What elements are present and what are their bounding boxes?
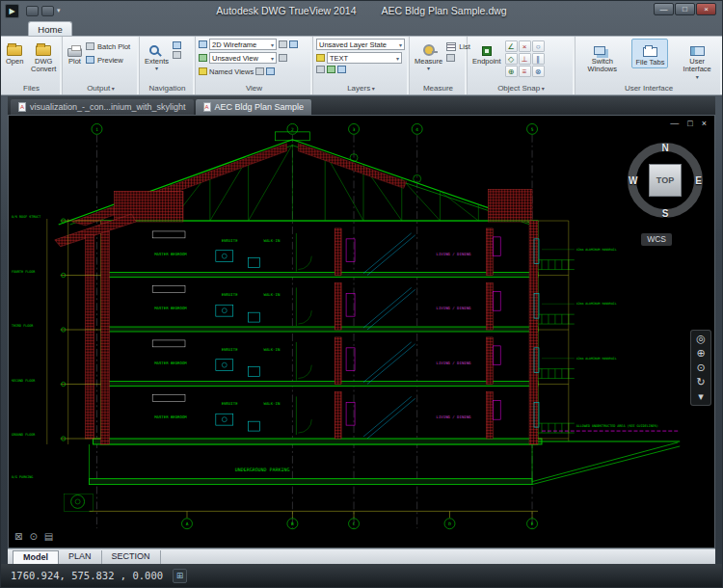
dwg-convert-label: DWG Convert [29, 58, 58, 74]
user-interface-icon [690, 46, 705, 56]
snap-intersection-icon[interactable]: × [519, 40, 531, 52]
minimize-button[interactable]: — [654, 3, 674, 15]
snap-perpendicular-icon[interactable]: ⊥ [519, 53, 531, 65]
id-point-icon[interactable] [446, 54, 455, 62]
viewcube-top-face[interactable]: TOP [649, 164, 682, 197]
orbit-icon[interactable] [173, 51, 181, 59]
svg-text:42mm ALUMINUM HANDRAIL: 42mm ALUMINUM HANDRAIL [576, 302, 617, 306]
window-title: Autodesk DWG TrueView 2014 AEC Bldg Plan… [117, 1, 606, 20]
snap-center-icon[interactable]: ○ [532, 40, 545, 52]
current-layer-dropdown[interactable]: TEXT [327, 52, 402, 64]
wcs-dropdown[interactable]: WCS [641, 233, 672, 246]
layer-state-dropdown[interactable]: Unsaved Layer State [316, 39, 405, 50]
viewcube[interactable]: N S W E TOP [628, 143, 703, 218]
qat-dropdown-icon[interactable]: ▾ [57, 7, 61, 14]
svg-text:B: B [291, 521, 294, 526]
file-tabs-label: File Tabs [634, 59, 665, 67]
measure-button[interactable]: Measure [413, 39, 444, 73]
viewport-join-icon[interactable] [289, 40, 298, 48]
preview-button[interactable]: Preview [86, 54, 130, 66]
current-layer-value: TEXT [330, 54, 348, 63]
viewcube-north[interactable]: N [661, 143, 668, 153]
application-menu-button[interactable]: ▶ [5, 4, 19, 18]
plot-button[interactable]: Plot [66, 39, 84, 67]
qat-plot-icon[interactable] [41, 6, 54, 16]
file-tabs-button[interactable]: File Tabs [631, 39, 668, 68]
layer-isolate-icon[interactable] [316, 66, 325, 73]
zoom-tool-icon[interactable]: ⊙ [29, 531, 37, 542]
switch-windows-button[interactable]: Switch Windows [582, 39, 623, 75]
viewport-config-icon[interactable] [279, 40, 287, 48]
user-interface-panel-label[interactable]: User Interface [576, 83, 722, 94]
snap-quadrant-icon[interactable]: ⊕ [505, 66, 518, 77]
svg-text:SECOND FLOOR: SECOND FLOOR [12, 379, 36, 383]
title-bar: ▶ ▾ Autodesk DWG TrueView 2014 AEC Bldg … [1, 1, 722, 20]
pan-icon[interactable] [173, 41, 181, 49]
viewcube-south[interactable]: S [662, 208, 669, 219]
viewcube-east[interactable]: E [695, 175, 702, 186]
object-snap-panel-label[interactable]: Object Snap [468, 83, 575, 94]
output-panel-label[interactable]: Output [63, 83, 139, 94]
snap-nearest-icon[interactable]: ≡ [519, 66, 531, 77]
tab-model[interactable]: Model [13, 550, 59, 564]
files-panel-label[interactable]: Files [1, 83, 62, 94]
batch-plot-button[interactable]: Batch Plot [86, 40, 130, 52]
view-state-dropdown[interactable]: Unsaved View [209, 52, 277, 64]
zoom-icon[interactable]: ⊕ [696, 348, 705, 359]
view-next-icon[interactable] [266, 67, 275, 75]
tab-plan[interactable]: PLAN [59, 550, 102, 564]
dwg-convert-button[interactable]: DWG Convert [27, 39, 60, 75]
infer-constraints-icon[interactable]: ⊞ [173, 569, 187, 583]
canvas-corner-tools: ⊠ ⊙ ▤ [14, 531, 53, 542]
endpoint-button[interactable]: Endpoint [470, 39, 503, 67]
viewcube-west[interactable]: W [629, 175, 637, 186]
named-views-button[interactable]: Named Views [199, 66, 254, 77]
user-interface-button[interactable]: User Interface [678, 39, 716, 81]
ribbon-panel-files: Open DWG Convert Files [1, 37, 63, 94]
pan-icon[interactable]: ⊙ [696, 362, 705, 373]
viewport-restore-icon[interactable] [279, 54, 287, 62]
view-previous-icon[interactable] [255, 67, 264, 75]
qat-open-icon[interactable] [26, 6, 39, 16]
navigation-panel-label[interactable]: Navigation [140, 83, 195, 94]
dwg-convert-icon [36, 45, 51, 56]
preview-label: Preview [97, 56, 123, 65]
drawing-viewport[interactable]: MASTER BEDROOM ENSUITE WALK-IN LIVING / … [8, 115, 715, 548]
view-panel-label[interactable]: View [196, 83, 312, 94]
named-views-label: Named Views [209, 67, 254, 76]
tab-section[interactable]: SECTION [102, 550, 161, 564]
ribbon-panel-measure: Measure List Measure [410, 37, 468, 94]
close-button[interactable]: × [696, 3, 716, 15]
navbar-menu-icon[interactable]: ▾ [698, 391, 704, 402]
ribbon-panel-layers: Unsaved Layer State TEXT Layers [313, 37, 410, 94]
snap-node-icon[interactable]: ◇ [505, 53, 518, 65]
measure-panel-label[interactable]: Measure [410, 83, 467, 94]
roof-structure [59, 132, 538, 226]
file-tab-visualization[interactable]: visualization_-_con...inium_with_skyligh… [11, 99, 194, 115]
layout-tool-icon[interactable]: ▤ [44, 531, 53, 542]
snap-tangent-icon[interactable]: ⊗ [532, 66, 545, 77]
maximize-button[interactable]: □ [675, 3, 695, 15]
layers-panel-label[interactable]: Layers [313, 83, 409, 94]
open-label: Open [6, 58, 23, 66]
tab-home[interactable]: Home [28, 21, 72, 36]
svg-text:THIRD FLOOR: THIRD FLOOR [12, 324, 34, 328]
steering-wheel-icon[interactable]: ◎ [696, 334, 706, 344]
orbit-icon[interactable]: ↻ [696, 377, 705, 388]
snap-angle-icon[interactable]: ∠ [505, 40, 518, 52]
file-tab-aec-bldg-plan[interactable]: AEC Bldg Plan Sample [196, 99, 312, 115]
viewport-close-icon[interactable]: × [702, 119, 707, 128]
cad-drawing[interactable]: MASTER BEDROOM ENSUITE WALK-IN LIVING / … [9, 116, 714, 548]
zoom-extents-button[interactable]: Extents [143, 39, 171, 73]
layer-freeze-icon[interactable] [327, 66, 335, 73]
visual-style-dropdown[interactable]: 2D Wireframe [209, 39, 277, 50]
viewport-minimize-icon[interactable]: — [670, 119, 679, 128]
navigation-bar: ◎ ⊕ ⊙ ↻ ▾ [690, 330, 711, 406]
app-window: ▶ ▾ Autodesk DWG TrueView 2014 AEC Bldg … [0, 0, 723, 588]
ucs-icon[interactable]: ⊠ [14, 531, 22, 542]
snap-parallel-icon[interactable]: ∥ [532, 53, 545, 65]
viewport-restore-icon[interactable]: □ [687, 119, 692, 128]
layer-off-icon[interactable] [337, 66, 346, 73]
open-button[interactable]: Open [4, 39, 25, 67]
ribbon-panel-output: Plot Batch Plot Preview Output [63, 37, 140, 94]
